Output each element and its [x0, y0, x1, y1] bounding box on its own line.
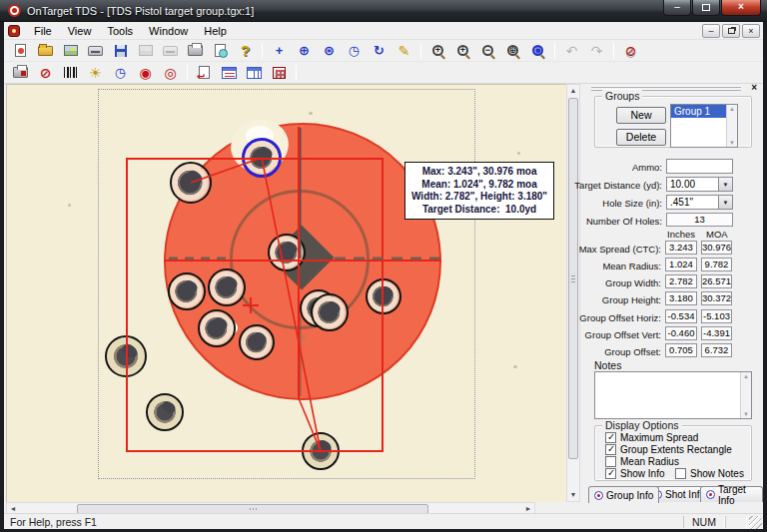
chevron-down-icon[interactable]: ▼	[718, 178, 732, 191]
scroll-down-arrow[interactable]: ▼	[567, 489, 579, 501]
status-bar: For Help, press F1 NUM	[4, 513, 763, 529]
mdi-restore-button[interactable]	[722, 24, 740, 38]
save-button[interactable]	[108, 41, 133, 61]
print-labels-button[interactable]	[8, 63, 33, 83]
zoom-in-step-button[interactable]: +	[450, 41, 475, 61]
thumb-grip	[571, 278, 575, 279]
target-ring-tool[interactable]: ⊛	[317, 41, 342, 61]
import-image-button[interactable]	[58, 41, 83, 61]
resize-grip[interactable]	[749, 516, 762, 529]
notes-scrollbar[interactable]: ▲ ▼	[740, 372, 751, 418]
crosshair-plus-icon: +	[276, 44, 284, 57]
block-tool-button[interactable]: ⊘	[33, 63, 58, 83]
export-report-button[interactable]: ↩	[192, 63, 217, 83]
target-center-tool[interactable]: ⊕	[292, 41, 317, 61]
checkbox-show-info[interactable]: Show Info	[605, 468, 664, 479]
tab-target-info[interactable]: Target Info	[700, 486, 763, 502]
tab-group-info[interactable]: Group Info	[588, 486, 659, 503]
close-button[interactable]: ×	[721, 0, 761, 16]
checkbox-maximum-spread[interactable]: Maximum Spread	[605, 432, 698, 443]
stat-moa: 30.976	[701, 241, 732, 255]
printer-icon	[188, 45, 203, 56]
rescan-button-disabled[interactable]	[158, 41, 183, 61]
open-file-button[interactable]	[33, 41, 58, 61]
target-cross-icon: ⊕	[299, 44, 310, 57]
menu-window[interactable]: Window	[141, 23, 196, 39]
stat-label: Group Offset Horiz:	[579, 312, 661, 323]
scroll-down-arrow[interactable]: ▼	[741, 411, 751, 417]
return-arrow-icon: ↩	[197, 71, 205, 82]
stat-inches: 3.180	[665, 291, 697, 305]
toolbar-main: ? + ⊕ ⊛ ◷ ↻ ✎ + + − ⊕ ▣ ↶ ↷ ◎⊘	[4, 40, 763, 62]
groups-listbox[interactable]: Group 1 ▲ ▼	[670, 104, 738, 148]
bullseye-button[interactable]: ◉	[133, 63, 158, 83]
status-pane	[725, 516, 747, 528]
print-button[interactable]	[183, 41, 208, 61]
checkbox-show-notes[interactable]: Show Notes	[675, 468, 744, 479]
minimize-button[interactable]: –	[663, 0, 691, 16]
hide-target-button[interactable]: ◎⊘	[618, 41, 643, 61]
zoom-out-button[interactable]: −	[475, 41, 500, 61]
menu-tools[interactable]: Tools	[99, 23, 141, 39]
brightness-button[interactable]: ☀	[83, 63, 108, 83]
barcode-button[interactable]	[58, 63, 83, 83]
mdi-minimize-button[interactable]: –	[702, 24, 720, 38]
stat-inches: 3.243	[665, 241, 697, 255]
chevron-down-icon[interactable]: ▼	[718, 196, 732, 209]
undo-icon: ↶	[566, 44, 578, 58]
sun-icon: ☀	[89, 66, 102, 80]
rings-button[interactable]: ◎	[158, 63, 183, 83]
zoom-fit-button[interactable]: ⊕	[500, 41, 525, 61]
ammo-label: Ammo:	[632, 162, 662, 173]
vertical-scroll-thumb[interactable]	[568, 98, 578, 459]
edit-image-button-disabled[interactable]	[133, 41, 158, 61]
image-icon	[139, 45, 153, 56]
info-distance: Target Distance: 10.0yd	[411, 204, 547, 217]
paper-speck	[68, 204, 71, 207]
checkbox-group-extents[interactable]: Group Extents Rectangle	[605, 444, 732, 455]
annotate-tool[interactable]: ✎	[391, 41, 416, 61]
menu-file[interactable]: File	[26, 23, 60, 39]
redo-button-disabled[interactable]: ↷	[584, 41, 609, 61]
gauge-button[interactable]: ◷	[108, 63, 133, 83]
calculator-icon	[273, 67, 286, 79]
new-group-button[interactable]: New	[616, 107, 666, 124]
mdi-close-button[interactable]: ×	[742, 24, 760, 38]
checkbox-mean-radius[interactable]: Mean Radius	[605, 456, 679, 467]
ammo-input[interactable]	[666, 159, 733, 174]
maximize-button[interactable]	[692, 0, 720, 16]
menu-view[interactable]: View	[60, 23, 100, 39]
help-button[interactable]: ?	[233, 41, 258, 61]
hole-size-combo[interactable]: .451"▼	[666, 195, 733, 210]
target-tab-icon	[594, 491, 603, 500]
magnifier-fit-icon: ⊕	[507, 45, 518, 56]
ballistics-button[interactable]	[267, 63, 292, 83]
print-preview-button[interactable]	[208, 41, 233, 61]
vertical-scrollbar[interactable]: ▲ ▼	[566, 84, 580, 502]
panel-close-button[interactable]: ×	[751, 82, 757, 93]
mark-shot-tool[interactable]: +	[267, 41, 292, 61]
target-canvas[interactable]: Max: 3.243", 30.976 moa Mean: 1.024", 9.…	[6, 84, 566, 502]
scroll-up-arrow[interactable]: ▲	[727, 106, 737, 112]
zoom-selection-button[interactable]: ▣	[525, 41, 550, 61]
new-target-button[interactable]	[8, 41, 33, 61]
delete-group-button[interactable]: Delete	[616, 129, 666, 146]
scroll-up-arrow[interactable]: ▲	[567, 85, 579, 97]
target-scale-tool[interactable]: ↻	[367, 41, 391, 61]
scroll-down-arrow[interactable]: ▼	[727, 140, 737, 146]
menu-help[interactable]: Help	[196, 23, 235, 39]
main-area: Max: 3.243", 30.976 moa Mean: 1.024", 9.…	[4, 84, 763, 513]
target-rotate-tool[interactable]: ◷	[342, 41, 367, 61]
stat-inches: -0.534	[665, 309, 697, 323]
paper-speck	[513, 365, 517, 368]
scroll-up-arrow[interactable]: ▲	[741, 373, 751, 379]
layout-split-button[interactable]	[242, 63, 267, 83]
undo-button-disabled[interactable]: ↶	[559, 41, 584, 61]
target-distance-combo[interactable]: 10.00▼	[666, 177, 733, 192]
layout-shots-button[interactable]	[217, 63, 242, 83]
notes-textarea[interactable]: ▲ ▼	[594, 371, 752, 419]
listbox-scrollbar[interactable]: ▲ ▼	[726, 105, 737, 147]
acquire-scan-button[interactable]	[83, 41, 108, 61]
toolbar-separator	[554, 43, 555, 59]
zoom-in-button[interactable]: +	[425, 41, 450, 61]
